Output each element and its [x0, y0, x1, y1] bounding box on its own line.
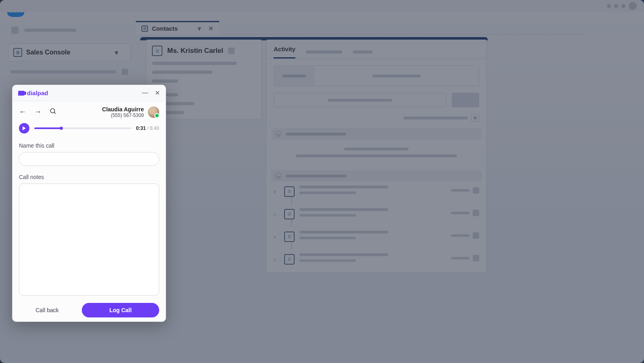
timeline-connector	[291, 242, 486, 249]
time-total: 6:40	[150, 125, 159, 131]
close-icon[interactable]: ✕	[155, 89, 160, 97]
contact-icon: ☰	[284, 232, 295, 242]
seek-thumb[interactable]	[60, 127, 63, 130]
skeleton-bar	[299, 192, 356, 194]
contact-icon: ☰	[284, 254, 295, 265]
skeleton-square	[473, 255, 479, 261]
skeleton-bar	[451, 257, 469, 259]
skeleton-square	[473, 210, 479, 216]
skeleton-bar	[299, 259, 356, 262]
skeleton-bar	[152, 71, 212, 74]
audio-player: 0:31 / 6:40	[12, 121, 166, 138]
skeleton-bar	[286, 175, 346, 177]
svg-line-1	[54, 112, 56, 114]
timeline-connector	[291, 197, 486, 204]
skeleton-bar	[299, 231, 388, 234]
dialpad-logo-icon	[18, 91, 25, 96]
skeleton-square	[122, 69, 128, 75]
skeleton-bar	[451, 234, 469, 237]
chrome-dot	[614, 4, 618, 8]
activity-item[interactable]: › ☰	[266, 182, 486, 197]
skeleton-bar	[344, 148, 409, 150]
skeleton-bar	[372, 75, 421, 77]
svg-marker-2	[23, 126, 26, 130]
contact-icon: ☰	[284, 186, 295, 197]
brand-text: dialpad	[27, 90, 48, 96]
dialpad-panel: dialpad — ✕ ← → Claudia Aguirre (555) 56…	[12, 85, 166, 322]
caller-info[interactable]: Claudia Aguirre (555) 567-5309	[102, 106, 159, 118]
contact-icon: ☰	[13, 48, 22, 57]
chrome-avatar[interactable]	[629, 2, 637, 10]
dialpad-brand: dialpad	[18, 90, 48, 96]
skeleton-bar	[282, 75, 306, 77]
chrome-dot	[607, 4, 611, 8]
skeleton-bar	[299, 208, 388, 211]
skeleton-bar	[24, 29, 77, 32]
skeleton-bar	[403, 117, 468, 119]
skeleton-bar	[152, 79, 178, 83]
search-icon[interactable]	[50, 108, 57, 117]
tab-contacts[interactable]: ☰ Contacts ▾ ✕	[136, 21, 219, 35]
playback-time: 0:31 / 6:40	[136, 125, 159, 131]
svg-point-0	[50, 108, 55, 113]
skeleton-bar	[306, 50, 342, 54]
activity-item[interactable]: › ☰	[266, 227, 486, 242]
chevron-down-icon	[275, 131, 282, 137]
activity-section-header[interactable]	[271, 170, 482, 182]
call-notes-label: Call notes	[19, 174, 159, 180]
minimize-icon[interactable]: —	[142, 89, 148, 97]
chrome-dot	[621, 4, 625, 8]
dialpad-titlebar: dialpad — ✕	[12, 85, 166, 101]
seek-progress	[34, 127, 61, 129]
breadcrumb-skeleton	[11, 27, 77, 34]
activity-item[interactable]: › ☰	[266, 204, 486, 219]
app-switcher[interactable]: ☰ Sales Console ▾	[8, 44, 131, 61]
seek-slider[interactable]	[34, 127, 131, 129]
tab-label: Contacts	[152, 25, 178, 32]
contact-icon: ☰	[152, 46, 162, 56]
forward-icon[interactable]: →	[34, 108, 42, 117]
close-icon[interactable]: ✕	[208, 25, 214, 32]
contact-icon: ☰	[141, 25, 148, 32]
log-call-button[interactable]: Log Call	[82, 303, 159, 317]
skeleton-bar	[296, 154, 457, 157]
back-icon[interactable]: ←	[19, 108, 26, 117]
activity-submit-button[interactable]	[452, 93, 479, 107]
chevron-down-icon	[275, 173, 282, 179]
skeleton-bar	[299, 214, 356, 217]
activity-input[interactable]	[274, 93, 446, 107]
skeleton-square	[473, 187, 479, 194]
chevron-right-icon[interactable]: ›	[274, 211, 279, 218]
skeleton-square	[228, 48, 235, 54]
skeleton-bar	[286, 133, 346, 136]
skeleton-bar	[299, 253, 388, 256]
call-back-button[interactable]: Call back	[19, 307, 75, 313]
tab-activity[interactable]: Activity	[274, 46, 295, 58]
play-button[interactable]	[19, 123, 29, 134]
skeleton-bar	[299, 186, 388, 188]
chevron-right-icon[interactable]: ›	[274, 256, 279, 263]
avatar	[148, 106, 159, 118]
activity-pane: Activity	[266, 40, 487, 273]
chevron-down-icon[interactable]: ▾	[198, 25, 201, 32]
skeleton-square	[11, 27, 19, 34]
chevron-down-icon[interactable]: ▾	[115, 49, 118, 56]
time-sep: /	[146, 125, 150, 131]
call-notes-input[interactable]	[19, 184, 159, 296]
skeleton-bar	[328, 99, 392, 102]
call-name-input[interactable]	[19, 152, 159, 166]
activity-composer[interactable]	[274, 65, 479, 86]
sidebar-item[interactable]	[8, 65, 131, 79]
skeleton-bar	[10, 70, 116, 73]
app-name: Sales Console	[26, 49, 70, 56]
skeleton-bar	[353, 50, 373, 54]
timeline-connector	[291, 219, 486, 227]
chevron-right-icon[interactable]: ›	[274, 233, 279, 240]
filter-button[interactable]	[471, 114, 479, 122]
call-name-label: Name this call	[19, 142, 159, 149]
chevron-right-icon[interactable]: ›	[274, 188, 279, 195]
workspace-tabs: ☰ Contacts ▾ ✕	[136, 21, 584, 35]
window-chrome	[0, 0, 644, 12]
activity-section-header[interactable]	[271, 128, 482, 140]
activity-item[interactable]: › ☰	[266, 249, 486, 265]
